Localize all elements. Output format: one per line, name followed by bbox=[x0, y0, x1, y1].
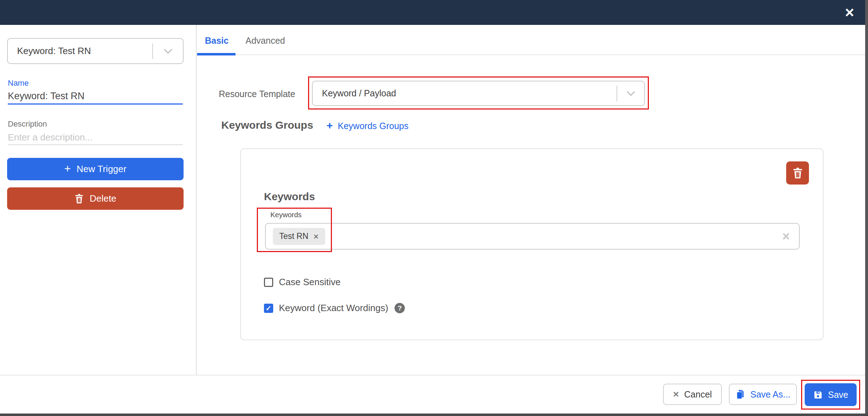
new-trigger-button[interactable]: + New Trigger bbox=[7, 158, 184, 180]
trash-icon bbox=[74, 193, 84, 204]
modal-header-bar: × bbox=[0, 0, 868, 25]
keywords-card-heading: Keywords bbox=[264, 191, 315, 203]
save-button[interactable]: Save bbox=[805, 383, 857, 406]
exact-wordings-row: ✓ Keyword (Exact Wordings) ? bbox=[264, 303, 405, 314]
name-label: Name bbox=[8, 79, 29, 88]
description-input[interactable] bbox=[8, 130, 183, 145]
chevron-down-icon bbox=[626, 87, 635, 96]
add-keywords-group-link[interactable]: + Keywords Groups bbox=[327, 121, 408, 131]
resource-template-label: Resource Template bbox=[219, 89, 295, 99]
delete-label: Delete bbox=[90, 193, 116, 204]
tab-basic[interactable]: Basic bbox=[205, 36, 229, 46]
chevron-zone bbox=[153, 48, 183, 54]
keyword-chip-label: Test RN bbox=[279, 231, 308, 241]
footer-border bbox=[0, 375, 868, 375]
trash-icon bbox=[792, 167, 803, 179]
new-trigger-label: New Trigger bbox=[76, 164, 126, 175]
cancel-label: Cancel bbox=[684, 389, 712, 400]
keywords-field-label: Keywords bbox=[270, 211, 302, 219]
checkmark-icon: ✓ bbox=[266, 304, 272, 313]
name-input[interactable] bbox=[8, 89, 183, 105]
keyword-chip: Test RN × bbox=[273, 228, 325, 245]
cancel-button[interactable]: × Cancel bbox=[663, 384, 722, 405]
description-label: Description bbox=[8, 119, 47, 129]
delete-trigger-button[interactable]: Delete bbox=[7, 187, 184, 210]
chevron-down-icon bbox=[164, 45, 172, 54]
tabs-border bbox=[197, 54, 868, 55]
keywords-tag-field[interactable]: Test RN × × bbox=[265, 223, 800, 250]
case-sensitive-row: Case Sensitive bbox=[264, 277, 340, 288]
delete-group-button[interactable] bbox=[786, 161, 809, 185]
resource-template-select[interactable]: Keyword / Payload bbox=[312, 81, 645, 106]
exact-wordings-checkbox[interactable]: ✓ bbox=[264, 304, 273, 313]
active-tab-indicator bbox=[197, 53, 235, 55]
chip-remove-icon[interactable]: × bbox=[313, 232, 319, 241]
close-icon[interactable]: × bbox=[839, 0, 860, 25]
sidebar-main-divider bbox=[196, 25, 197, 375]
plus-icon: + bbox=[64, 163, 71, 174]
clear-field-icon[interactable]: × bbox=[782, 230, 790, 243]
keywords-groups-heading: Keywords Groups bbox=[221, 119, 313, 131]
add-keywords-group-label: Keywords Groups bbox=[338, 121, 409, 131]
window-right-edge bbox=[865, 0, 868, 416]
cancel-x-icon: × bbox=[673, 389, 679, 399]
resource-template-value: Keyword / Payload bbox=[313, 88, 616, 98]
trigger-selector-value: Keyword: Test RN bbox=[8, 46, 152, 57]
exact-wordings-label: Keyword (Exact Wordings) bbox=[279, 303, 388, 314]
save-as-label: Save As... bbox=[750, 389, 790, 400]
chevron-zone bbox=[617, 90, 644, 96]
tab-advanced[interactable]: Advanced bbox=[245, 36, 285, 46]
duplicate-icon bbox=[735, 389, 745, 400]
trigger-editor-modal: × Keyword: Test RN Name Description + Ne… bbox=[0, 0, 868, 416]
save-label: Save bbox=[828, 390, 848, 400]
save-as-button[interactable]: Save As... bbox=[729, 384, 797, 405]
window-bottom-edge bbox=[0, 414, 868, 416]
question-glyph: ? bbox=[398, 304, 402, 312]
plus-icon: + bbox=[327, 120, 333, 131]
trigger-selector-dropdown[interactable]: Keyword: Test RN bbox=[7, 38, 184, 64]
case-sensitive-checkbox[interactable] bbox=[264, 278, 273, 287]
help-icon[interactable]: ? bbox=[395, 303, 405, 313]
case-sensitive-label: Case Sensitive bbox=[279, 277, 340, 288]
save-disk-icon bbox=[813, 390, 823, 400]
